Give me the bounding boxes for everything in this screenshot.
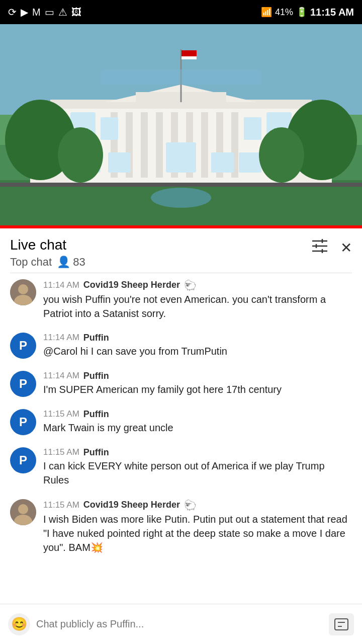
author-emoji: 🐑	[184, 499, 197, 511]
message-time: 11:15 AM	[43, 500, 79, 510]
svg-rect-20	[244, 117, 261, 140]
message-content: 11:14 AM Covid19 Sheep Herder 🐑 you wish…	[43, 279, 352, 320]
message-meta: 11:14 AM Covid19 Sheep Herder 🐑	[43, 279, 352, 291]
message-text: I wish Biden was more like Putin. Putin …	[43, 514, 347, 553]
clock: 11:15 AM	[310, 7, 354, 18]
status-icons: ⟳ ▶ M ▭ ⚠ 🖼	[8, 6, 81, 18]
svg-rect-21	[166, 142, 196, 173]
livechat-actions: ✕	[311, 236, 352, 257]
svg-rect-36	[182, 50, 197, 53]
author-emoji: 🐑	[184, 279, 197, 291]
emoji-icon: 😊	[11, 616, 27, 632]
svg-point-33	[259, 127, 304, 183]
send-button[interactable]	[329, 613, 354, 635]
file-icon: ▭	[45, 6, 54, 18]
svg-point-46	[18, 284, 28, 294]
warning-icon: ⚠	[58, 6, 67, 18]
wifi-icon: 📶	[261, 7, 272, 18]
livechat-title-area: Live chat Top chat 👤 83	[10, 236, 85, 269]
battery-level: 41%	[275, 7, 293, 18]
message-time: 11:15 AM	[43, 409, 79, 419]
viewer-number: 83	[73, 256, 85, 269]
svg-rect-38	[101, 69, 261, 85]
avatar: P	[10, 447, 36, 473]
chat-message: P 11:15 AM Puffin I can kick EVERY white…	[0, 441, 362, 493]
message-time: 11:14 AM	[43, 333, 79, 343]
message-content: 11:15 AM Puffin I can kick EVERY white p…	[43, 447, 352, 487]
message-text: you wish Puffin you're not even American…	[43, 294, 326, 319]
message-content: 11:15 AM Covid19 Sheep Herder 🐑 I wish B…	[43, 499, 352, 554]
battery-icon: 🔋	[296, 7, 307, 18]
avatar: P	[10, 371, 36, 397]
message-content: 11:15 AM Puffin Mark Twain is my great u…	[43, 409, 352, 435]
message-author: Puffin	[83, 371, 109, 381]
viewer-count: 👤 83	[57, 256, 85, 269]
top-chat-label[interactable]: Top chat	[10, 256, 52, 269]
message-meta: 11:15 AM Covid19 Sheep Herder 🐑	[43, 499, 352, 511]
avatar: P	[10, 333, 36, 359]
chat-message: P 11:15 AM Puffin Mark Twain is my great…	[0, 403, 362, 441]
top-chat-row: Top chat 👤 83	[10, 256, 85, 269]
chat-messages: 11:14 AM Covid19 Sheep Herder 🐑 you wish…	[0, 273, 362, 566]
svg-rect-23	[108, 152, 131, 173]
status-indicators: 📶 41% 🔋 11:15 AM	[261, 7, 354, 18]
message-author: Covid19 Sheep Herder	[83, 280, 180, 290]
image-icon: 🖼	[71, 7, 81, 18]
livechat-panel: Live chat Top chat 👤 83 ✕	[0, 228, 362, 611]
m-icon: M	[32, 7, 41, 18]
chat-message: P 11:14 AM Puffin @Carol hi I can save y…	[0, 327, 362, 365]
message-text: I'm SUPER American my family got here 17…	[43, 384, 282, 395]
message-content: 11:14 AM Puffin @Carol hi I can save you…	[43, 333, 352, 358]
livechat-title: Live chat	[10, 236, 85, 254]
message-meta: 11:15 AM Puffin	[43, 409, 352, 420]
svg-rect-37	[182, 56, 197, 59]
youtube-icon: ▶	[21, 6, 28, 18]
message-meta: 11:15 AM Puffin	[43, 447, 352, 458]
livechat-header: Live chat Top chat 👤 83 ✕	[0, 228, 362, 273]
svg-point-49	[18, 504, 28, 514]
svg-rect-9	[156, 112, 163, 178]
chat-input-bar: 😊	[0, 604, 362, 644]
message-meta: 11:14 AM Puffin	[43, 333, 352, 343]
message-time: 11:14 AM	[43, 371, 79, 381]
message-author: Puffin	[83, 409, 109, 420]
message-text: @Carol hi I can save you from TrumPutin	[43, 346, 227, 357]
message-author: Puffin	[83, 333, 109, 343]
svg-rect-25	[239, 152, 261, 173]
svg-rect-24	[211, 152, 234, 173]
message-content: 11:14 AM Puffin I'm SUPER American my fa…	[43, 371, 352, 396]
close-icon[interactable]: ✕	[340, 239, 352, 256]
message-time: 11:15 AM	[43, 447, 79, 457]
chat-input[interactable]	[36, 618, 323, 630]
svg-rect-28	[0, 183, 362, 187]
message-text: Mark Twain is my great uncle	[43, 422, 173, 433]
chat-message: 11:15 AM Covid19 Sheep Herder 🐑 I wish B…	[0, 493, 362, 560]
video-thumbnail[interactable]	[0, 24, 362, 225]
people-icon: 👤	[57, 256, 70, 269]
svg-rect-8	[141, 112, 148, 178]
message-time: 11:14 AM	[43, 280, 79, 290]
filter-icon[interactable]	[311, 238, 328, 257]
message-meta: 11:14 AM Puffin	[43, 371, 352, 381]
svg-point-32	[58, 127, 103, 183]
avatar	[10, 499, 36, 525]
chat-message: 11:14 AM Covid19 Sheep Herder 🐑 you wish…	[0, 273, 362, 327]
message-author: Covid19 Sheep Herder	[83, 500, 180, 510]
message-author: Puffin	[83, 447, 109, 458]
status-bar: ⟳ ▶ M ▭ ⚠ 🖼 📶 41% 🔋 11:15 AM	[0, 0, 362, 24]
svg-point-29	[151, 188, 211, 208]
svg-rect-51	[335, 619, 348, 630]
chat-message: P 11:14 AM Puffin I'm SUPER American my …	[0, 365, 362, 403]
svg-rect-19	[101, 117, 118, 140]
sync-icon: ⟳	[8, 6, 17, 18]
avatar	[10, 279, 36, 305]
avatar: P	[10, 409, 36, 435]
message-text: I can kick EVERY white person out of Ame…	[43, 460, 325, 486]
svg-rect-12	[201, 112, 208, 178]
emoji-button[interactable]: 😊	[8, 613, 30, 635]
